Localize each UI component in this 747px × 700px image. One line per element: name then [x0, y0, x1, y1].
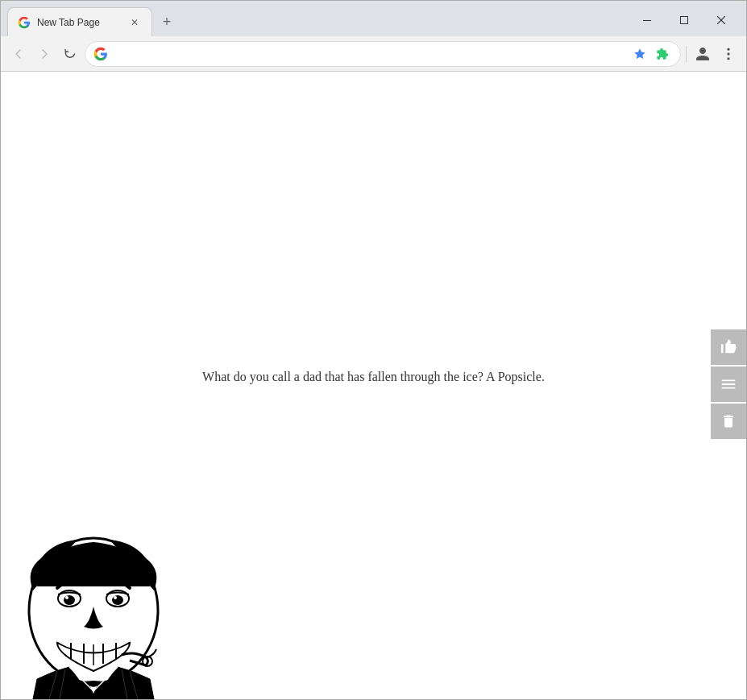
svg-point-5: [727, 52, 729, 55]
profile-button[interactable]: [691, 43, 714, 65]
extension-button[interactable]: [653, 44, 672, 64]
troll-face-image: [13, 530, 174, 699]
svg-point-12: [112, 595, 123, 605]
address-actions: [630, 44, 672, 64]
svg-point-9: [64, 595, 75, 605]
list-button[interactable]: [711, 367, 746, 402]
joke-text: What do you call a dad that has fallen t…: [202, 370, 545, 384]
svg-point-10: [65, 596, 68, 599]
svg-point-4: [727, 48, 729, 50]
tab-favicon: [18, 16, 31, 29]
google-logo: [93, 47, 108, 61]
tab-close-button[interactable]: ✕: [127, 15, 142, 30]
action-buttons-panel: [711, 329, 746, 439]
forward-button[interactable]: [33, 43, 56, 65]
svg-rect-0: [643, 20, 651, 21]
like-button[interactable]: [711, 329, 746, 365]
address-bar[interactable]: [85, 41, 681, 67]
active-tab[interactable]: New Tab Page ✕: [7, 7, 152, 36]
minimize-button[interactable]: [629, 7, 666, 33]
nav-bar: [1, 36, 746, 72]
tab-title: New Tab Page: [37, 17, 121, 28]
svg-rect-1: [681, 17, 688, 24]
address-input[interactable]: [114, 48, 624, 60]
title-bar: New Tab Page ✕ +: [1, 1, 746, 36]
svg-point-13: [114, 596, 117, 599]
delete-button[interactable]: [711, 404, 746, 439]
page-content: What do you call a dad that has fallen t…: [1, 72, 746, 699]
window-controls: [629, 7, 740, 33]
nav-divider: [686, 46, 687, 62]
svg-point-6: [727, 57, 729, 60]
back-button[interactable]: [7, 43, 30, 65]
browser-window: New Tab Page ✕ +: [0, 0, 747, 700]
bookmark-button[interactable]: [630, 44, 649, 64]
tab-strip: New Tab Page ✕ +: [7, 7, 629, 36]
new-tab-button[interactable]: +: [156, 10, 178, 33]
more-options-button[interactable]: [717, 43, 740, 65]
maximize-button[interactable]: [666, 7, 703, 33]
close-button[interactable]: [703, 7, 740, 33]
refresh-button[interactable]: [59, 43, 81, 65]
